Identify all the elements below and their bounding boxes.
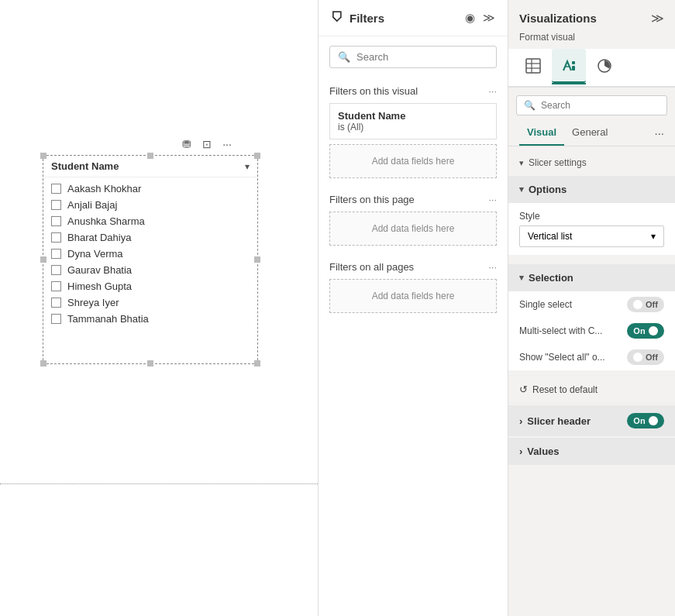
list-item[interactable]: Bharat Dahiya — [51, 229, 250, 246]
filters-on-visual-more-icon[interactable]: ··· — [488, 85, 497, 97]
slicer-settings-section: ▾ Slicer settings — [508, 151, 675, 171]
values-label: Values — [527, 446, 559, 457]
resize-handle-br[interactable] — [254, 360, 260, 367]
slicer-toolbar: ⛃ ⊡ ··· — [178, 136, 236, 153]
single-select-toggle[interactable]: Off — [627, 297, 664, 312]
format-visual-label: Format visual — [508, 32, 675, 49]
filters-search-input[interactable] — [356, 51, 488, 63]
list-item[interactable]: Aakash Khokhar — [51, 181, 250, 197]
viz-search-input[interactable] — [541, 100, 660, 111]
canvas-dotted-line — [0, 484, 318, 484]
single-select-toggle-dot — [633, 300, 642, 309]
filter-toolbar-icon[interactable]: ⛃ — [178, 136, 195, 153]
viz-panel-expand-icon[interactable]: ≫ — [651, 11, 664, 26]
slicer-header-chevron: › — [519, 415, 522, 427]
multi-select-toggle[interactable]: On — [627, 323, 664, 339]
viz-search-icon: 🔍 — [524, 100, 536, 111]
select-all-label: Show "Select all" o... — [519, 352, 605, 363]
slicer-checkbox[interactable] — [51, 298, 61, 308]
slicer-header-toggle-dot — [649, 416, 658, 425]
slicer-checkbox[interactable] — [51, 184, 61, 194]
filter-add-page-box[interactable]: Add data fields here — [329, 212, 497, 246]
list-item[interactable]: Shreya Iyer — [51, 294, 250, 311]
resize-handle-ml[interactable] — [40, 256, 46, 263]
filters-eye-icon[interactable]: ◉ — [465, 11, 475, 25]
filters-on-all-pages-more-icon[interactable]: ··· — [488, 261, 497, 273]
style-dropdown[interactable]: Vertical list ▾ — [519, 225, 664, 247]
resize-handle-bm[interactable] — [147, 360, 153, 367]
filter-icon: ⛉ — [331, 11, 343, 25]
tab-general[interactable]: General — [564, 120, 615, 146]
filters-title: ⛉ Filters — [331, 11, 384, 25]
list-item[interactable]: Gaurav Bhatia — [51, 262, 250, 278]
selection-section-header[interactable]: ▾ Selection — [508, 264, 675, 291]
filters-panel-header: ⛉ Filters ◉ ≫ — [319, 0, 508, 36]
list-item[interactable]: Dyna Verma — [51, 246, 250, 262]
filter-card-student-name[interactable]: Student Name is (All) — [329, 103, 497, 139]
options-section: ▾ Options Style Vertical list ▾ — [508, 176, 675, 255]
resize-handle-tl[interactable] — [40, 153, 46, 159]
slicer-checkbox[interactable] — [51, 249, 61, 259]
tab-visual[interactable]: Visual — [519, 120, 564, 146]
multi-select-label: Multi-select with C... — [519, 325, 602, 336]
slicer-checkbox[interactable] — [51, 281, 61, 291]
style-label: Style — [519, 211, 664, 222]
filters-search-container: 🔍 — [329, 46, 497, 68]
list-item[interactable]: Himesh Gupta — [51, 278, 250, 294]
values-left: › Values — [519, 446, 560, 457]
more-toolbar-icon[interactable]: ··· — [219, 136, 236, 153]
slicer-checkbox[interactable] — [51, 232, 61, 243]
resize-handle-bl[interactable] — [40, 360, 46, 367]
filters-header-icons: ◉ ≫ — [465, 11, 495, 25]
slicer-item-label: Aakash Khokhar — [67, 183, 141, 194]
options-chevron: ▾ — [519, 184, 524, 194]
viz-panel: Visualizations ≫ Format visual — [508, 0, 675, 616]
viz-table-icon-btn[interactable] — [516, 49, 550, 83]
slicer-checkbox[interactable] — [51, 265, 61, 275]
filters-on-visual-section: Filters on this visual ··· Student Name … — [319, 77, 508, 186]
filter-field-name: Student Name — [338, 110, 488, 122]
slicer-checkbox[interactable] — [51, 200, 61, 210]
resize-handle-tm[interactable] — [147, 153, 153, 159]
selection-chevron: ▾ — [519, 273, 524, 283]
filters-panel: ⛉ Filters ◉ ≫ 🔍 Filters on this visual ·… — [319, 0, 508, 616]
slicer-widget-header: Student Name ▾ — [43, 156, 257, 177]
values-section[interactable]: › Values — [508, 438, 675, 465]
viz-format-icon-btn[interactable] — [552, 49, 586, 83]
multi-select-toggle-dot — [649, 326, 658, 336]
filters-on-page-section: Filters on this page ··· Add data fields… — [319, 186, 508, 253]
slicer-checkbox[interactable] — [51, 216, 61, 226]
options-section-header[interactable]: ▾ Options — [508, 176, 675, 203]
reset-to-default-row[interactable]: ↺ Reset to default — [508, 375, 675, 404]
filters-on-all-pages-header: Filters on all pages ··· — [329, 261, 497, 273]
resize-handle-mr[interactable] — [254, 256, 260, 263]
slicer-dropdown-icon[interactable]: ▾ — [245, 161, 250, 172]
filter-add-all-pages-box[interactable]: Add data fields here — [329, 279, 497, 313]
filters-on-page-header: Filters on this page ··· — [329, 194, 497, 205]
svg-rect-5 — [572, 61, 575, 64]
list-item[interactable]: Anushka Sharma — [51, 213, 250, 229]
slicer-settings-chevron[interactable]: ▾ — [519, 158, 524, 168]
slicer-header-section[interactable]: › Slicer header On — [508, 405, 675, 436]
slicer-list: Aakash KhokharAnjali BajajAnushka Sharma… — [43, 177, 257, 330]
list-item[interactable]: Anjali Bajaj — [51, 197, 250, 213]
viz-icons-row — [508, 49, 675, 88]
filters-expand-icon[interactable]: ≫ — [483, 11, 495, 25]
filter-add-visual-box[interactable]: Add data fields here — [329, 144, 497, 178]
resize-handle-tr[interactable] — [254, 153, 260, 159]
select-all-toggle[interactable]: Off — [627, 349, 664, 365]
select-all-toggle-dot — [633, 353, 642, 362]
svg-rect-4 — [572, 66, 575, 71]
list-item[interactable]: Tammanah Bhatia — [51, 311, 250, 327]
viz-chart-icon-btn[interactable] — [587, 49, 622, 83]
focus-toolbar-icon[interactable]: ⊡ — [198, 136, 215, 153]
slicer-header-toggle[interactable]: On — [627, 413, 664, 428]
slicer-item-label: Anushka Sharma — [67, 215, 145, 227]
selection-label: Selection — [529, 272, 573, 284]
toggle-row-multi-select: Multi-select with C... On — [508, 318, 675, 344]
slicer-item-label: Gaurav Bhatia — [67, 264, 132, 276]
tab-more-icon[interactable]: ··· — [654, 126, 664, 139]
slicer-item-label: Bharat Dahiya — [67, 232, 131, 243]
slicer-checkbox[interactable] — [51, 314, 61, 324]
filters-on-page-more-icon[interactable]: ··· — [488, 194, 497, 205]
